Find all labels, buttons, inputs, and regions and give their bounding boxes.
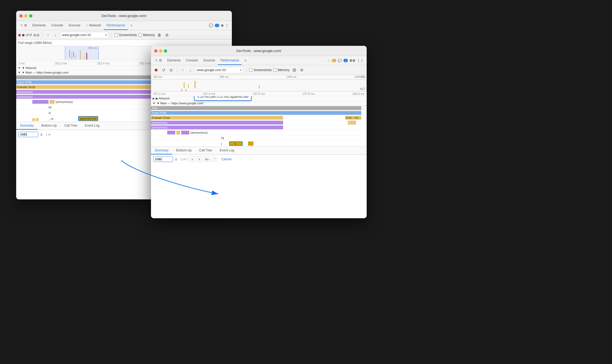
trash-icon-1[interactable]: 🗑: [156, 32, 162, 38]
tab-elements-1[interactable]: Elements: [30, 21, 49, 30]
task-bar-1[interactable]: [16, 75, 167, 79]
parse-bar-2[interactable]: Parse HTML: [151, 111, 361, 115]
disk-icon-2[interactable]: ⊞: [291, 67, 297, 73]
tab-calltree-1[interactable]: Call Tree: [61, 122, 81, 130]
flame-row-anon3-2: (anonymous): [151, 130, 367, 135]
tab-network-1[interactable]: ⚠ Network: [83, 21, 104, 30]
search-next-btn-2[interactable]: ∨: [197, 157, 202, 162]
settings-icon-1[interactable]: [221, 24, 224, 27]
tab-sources-1[interactable]: Sources: [66, 21, 83, 30]
mini-chart-2: NET: [151, 79, 367, 91]
memory-checkbox-2[interactable]: Memory: [273, 68, 290, 72]
aa-button-2[interactable]: Aa: [204, 157, 210, 162]
maximize-button-2[interactable]: [164, 49, 167, 53]
search-input-wrap-1[interactable]: [18, 132, 38, 137]
tab-summary-2[interactable]: Summary: [151, 147, 172, 154]
search-clear-icon-1[interactable]: ⊗: [40, 133, 43, 137]
ruler-mark-2-2: 197.6 ms: [253, 92, 265, 95]
tab-performance-1[interactable]: Performance: [104, 21, 128, 30]
anon1-bar-2[interactable]: (anonymous): [151, 121, 283, 124]
download-icon-1[interactable]: ↓: [53, 32, 59, 38]
tab-console-2[interactable]: Console: [183, 56, 201, 65]
tab-bottomup-1[interactable]: Bottom-Up: [37, 122, 60, 130]
time-mark-999-2: 999 ms: [220, 75, 229, 78]
url-bar-1[interactable]: www.google.com #2 ▾: [60, 32, 109, 38]
flame-row-task-2: Task: [151, 106, 367, 110]
small-bar-2[interactable]: [50, 100, 54, 104]
tab-more-2[interactable]: »: [242, 56, 249, 65]
main-arrow-icon: ▼: [18, 71, 21, 74]
network-section-2[interactable]: ▶ ▶ Network: [151, 96, 367, 101]
screenshots-checkbox-1[interactable]: Screenshots: [114, 33, 137, 37]
screenshots-checkbox-2[interactable]: Screenshots: [249, 68, 272, 72]
reload-button-2[interactable]: ↺: [161, 67, 167, 73]
flame-row-anon1-2: (anonymous) C...t: [151, 120, 367, 125]
ruler-mark-1-2: 197.4 ms: [203, 92, 215, 95]
regex-button-2[interactable]: .*: [212, 157, 217, 162]
upload-icon-2[interactable]: ↑: [180, 67, 186, 73]
tab-calltree-2[interactable]: Call Tree: [195, 147, 216, 154]
parse-bar-1[interactable]: Parse HTML: [16, 80, 167, 84]
more-icon-1[interactable]: [225, 24, 229, 27]
flame-row-anon2-2: (anonymous): [151, 125, 367, 130]
minimize-button-1[interactable]: [24, 14, 27, 18]
url-bar-2[interactable]: www.google.com #3 ▾: [195, 67, 243, 73]
search-input-wrap-2[interactable]: [153, 157, 173, 162]
tooltip-box-2: 0.25 ms (self 0.22 ms) appendChild: [194, 96, 252, 101]
tab-eventlog-2[interactable]: Event Log: [216, 147, 238, 154]
ruler-mark-4-2: 198.0 ms: [352, 92, 365, 95]
appendchild-highlight-2[interactable]: a...: [229, 141, 243, 146]
clear-button-1[interactable]: ⊘: [33, 32, 39, 38]
small-yellow-2: [36, 118, 39, 121]
search-input-1[interactable]: [20, 133, 36, 136]
search-input-2[interactable]: [155, 157, 171, 161]
upload-icon-1[interactable]: ↑: [45, 32, 51, 38]
url-dropdown-icon-2[interactable]: ▾: [240, 68, 242, 72]
tab-bottomup-2[interactable]: Bottom-Up: [172, 147, 195, 154]
search-clear-icon-2[interactable]: ⊗: [175, 157, 178, 161]
capture-settings-icon-1[interactable]: ⚙: [164, 32, 170, 38]
anon2-bar-1[interactable]: (anonymous): [16, 95, 167, 99]
tab-elements-2[interactable]: Elements: [164, 56, 183, 65]
traffic-lights-1: [19, 14, 32, 18]
tab-more-1[interactable]: »: [128, 21, 135, 30]
cancel-button-2[interactable]: Cancel: [219, 157, 234, 162]
anon1-bar-right-2[interactable]: C...t: [348, 121, 356, 124]
appendchild-box-1[interactable]: appendChild: [78, 116, 98, 121]
small-bar-1[interactable]: [32, 100, 49, 104]
task-bar-2[interactable]: Task: [151, 106, 361, 110]
tab-bar-1: ↖ ⊞ Elements Console Sources ⚠ Network P…: [16, 21, 232, 30]
clear-button-2[interactable]: ⊘: [168, 67, 174, 73]
download-icon-2[interactable]: ↓: [187, 67, 193, 73]
record-button-2[interactable]: ⏺: [153, 67, 159, 73]
close-button-2[interactable]: [154, 49, 157, 53]
eval-bar-right-2[interactable]: Evalu...cript: [345, 116, 361, 120]
tab-sources-2[interactable]: Sources: [201, 56, 218, 65]
ruler-mark-3: 202.5 ms: [139, 62, 152, 65]
anon1-bar-1[interactable]: (anonymous): [16, 90, 167, 94]
settings-icon-2[interactable]: ⚙: [349, 59, 355, 63]
tab-summary-1[interactable]: Summary: [16, 122, 37, 130]
url-dropdown-icon[interactable]: ▾: [105, 33, 107, 37]
tab-performance-2[interactable]: Performance: [218, 56, 242, 65]
ruler-mark-1: 202.3 ms: [55, 62, 67, 65]
anon2-bar-2[interactable]: (anonymous): [151, 126, 283, 129]
time-ruler-2: 197.2 ms 197.4 ms 197.6 ms 197.8 ms 198.…: [151, 92, 367, 96]
tab-console-1[interactable]: Console: [49, 21, 66, 30]
tab-inspect-1[interactable]: ↖ ⊞: [18, 21, 30, 30]
main-section-2[interactable]: ▼ ▼ Main — https://www.google.com/: [151, 101, 367, 106]
memory-checkbox-1[interactable]: Memory: [139, 33, 155, 37]
tab-inspect-2[interactable]: ↖ ⊞: [153, 56, 164, 65]
tab-eventlog-1[interactable]: Event Log: [81, 122, 103, 130]
record-button-1[interactable]: ⏺: [18, 32, 24, 38]
maximize-button-1[interactable]: [29, 14, 32, 18]
capture-settings-icon-2[interactable]: ⚙: [299, 67, 305, 73]
close-button-1[interactable]: [19, 14, 23, 18]
search-prev-btn-2[interactable]: ∧: [190, 157, 195, 162]
eval-bar-2[interactable]: Evaluate Script: [151, 116, 283, 120]
reload-button-1[interactable]: ↺: [26, 32, 32, 38]
more-icon-2[interactable]: ⋮: [357, 59, 363, 63]
search-count-1: 1 of: [46, 133, 50, 136]
minimize-button-2[interactable]: [159, 49, 162, 53]
eval-bar-1[interactable]: Evaluate Script: [16, 85, 167, 89]
